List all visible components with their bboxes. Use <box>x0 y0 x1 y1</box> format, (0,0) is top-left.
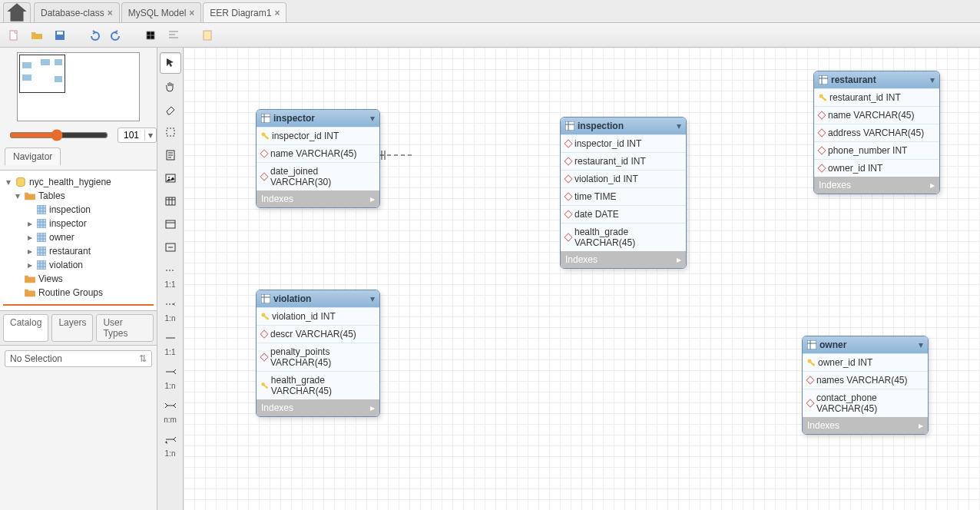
tree-table-restaurant[interactable]: ▸restaurant <box>3 244 154 258</box>
tree-table-inspection[interactable]: ▸inspection <box>3 203 154 217</box>
note-tool[interactable] <box>160 144 181 166</box>
tree-tables-label: Tables <box>38 190 65 201</box>
tree-db[interactable]: ▾ nyc_health_hygiene <box>3 175 154 189</box>
entity-header[interactable]: restaurant▾ <box>814 71 939 88</box>
rel-1-1-tool[interactable] <box>160 260 181 281</box>
entity-column[interactable]: owner_id INT <box>803 353 928 371</box>
entity-column[interactable]: owner_id INT <box>814 159 939 177</box>
tool-palette: 1:1 1:n 1:1 1:n n:m 1:n <box>157 48 184 510</box>
entity-violation[interactable]: violation▾violation_id INTdescr VARCHAR(… <box>256 290 380 417</box>
tree-views[interactable]: ▸ Views <box>3 272 154 286</box>
entity-column[interactable]: name VARCHAR(45) <box>257 144 379 162</box>
rel-pick-tool[interactable] <box>160 429 181 450</box>
entity-column[interactable]: names VARCHAR(45) <box>803 371 928 389</box>
entity-column[interactable]: violation_id INT <box>561 170 686 187</box>
entity-column[interactable]: health_grade VARCHAR(45) <box>561 223 686 251</box>
entity-header[interactable]: violation▾ <box>257 290 379 307</box>
pointer-tool[interactable] <box>160 52 181 74</box>
entity-column[interactable]: date DATE <box>561 205 686 223</box>
entity-restaurant[interactable]: restaurant▾restaurant_id INTname VARCHAR… <box>813 71 940 194</box>
chevron-down-icon[interactable]: ▾ <box>144 130 156 141</box>
entity-column[interactable]: descr VARCHAR(45) <box>257 325 379 343</box>
svg-rect-2 <box>57 31 63 35</box>
chevron-right-icon: ▸ <box>370 402 375 413</box>
new-file-button[interactable] <box>5 26 23 45</box>
entity-header[interactable]: owner▾ <box>803 336 928 353</box>
indexes-row[interactable]: Indexes▸ <box>814 177 939 194</box>
notes-button[interactable] <box>198 26 217 45</box>
entity-header[interactable]: inspection▾ <box>561 118 686 134</box>
column-label: names VARCHAR(45) <box>816 375 907 386</box>
entity-column[interactable]: restaurant_id INT <box>561 152 686 170</box>
entity-column[interactable]: penalty_points VARCHAR(45) <box>257 343 379 371</box>
tab-database-class[interactable]: Database-class × <box>34 2 120 22</box>
entity-column[interactable]: contact_phone VARCHAR(45) <box>803 389 928 417</box>
chevron-down-icon[interactable]: ▾ <box>677 121 681 131</box>
entity-column[interactable]: date_joined VARCHAR(30) <box>257 162 379 190</box>
hand-tool[interactable] <box>160 75 181 97</box>
tab-eer-diagram[interactable]: EER Diagram1 × <box>203 2 286 22</box>
entity-inspection[interactable]: inspection▾inspector_id INTrestaurant_id… <box>560 117 687 269</box>
table-tool[interactable] <box>160 190 181 212</box>
close-icon[interactable]: × <box>108 8 113 18</box>
btab-catalog[interactable]: Catalog <box>3 314 48 342</box>
tab-mysql-model[interactable]: MySQL Model × <box>121 2 202 22</box>
zoom-input[interactable] <box>118 128 144 142</box>
entity-column[interactable]: health_grade VARCHAR(45) <box>257 371 379 399</box>
align-button[interactable] <box>164 26 183 45</box>
chevron-down-icon[interactable]: ▾ <box>930 75 935 85</box>
column-label: owner_id INT <box>818 357 872 368</box>
zoom-slider[interactable] <box>9 129 108 141</box>
entity-column[interactable]: violation_id INT <box>257 307 379 325</box>
entity-owner[interactable]: owner▾owner_id INTnames VARCHAR(45)conta… <box>802 336 929 435</box>
image-tool[interactable] <box>160 167 181 189</box>
column-label: time TIME <box>574 191 616 202</box>
rel-1-nb-tool[interactable] <box>160 361 181 382</box>
indexes-row[interactable]: Indexes▸ <box>257 190 379 207</box>
open-file-button[interactable] <box>28 26 46 45</box>
chevron-down-icon[interactable]: ▾ <box>370 113 375 124</box>
view-tool[interactable] <box>160 214 181 235</box>
tree-routines[interactable]: ▸ Routine Groups <box>3 286 154 300</box>
home-tab[interactable] <box>3 2 31 22</box>
grid-toggle-button[interactable] <box>141 26 160 45</box>
navigator-tab[interactable]: Navigator <box>5 147 61 165</box>
indexes-row[interactable]: Indexes▸ <box>257 399 379 416</box>
routine-tool[interactable] <box>160 237 181 258</box>
rel-n-m-tool[interactable] <box>160 395 181 416</box>
eraser-tool[interactable] <box>160 98 181 120</box>
chevron-down-icon[interactable]: ▾ <box>919 339 923 350</box>
indexes-row[interactable]: Indexes▸ <box>561 251 686 268</box>
rel-1-n-tool[interactable] <box>160 293 181 315</box>
table-icon <box>261 294 270 303</box>
tree-table-violation[interactable]: ▸violation <box>3 258 154 272</box>
close-icon[interactable]: × <box>274 8 280 18</box>
key-icon <box>261 132 269 140</box>
save-button[interactable] <box>51 26 69 45</box>
redo-button[interactable] <box>108 26 126 45</box>
entity-column[interactable]: inspector_id INT <box>561 134 686 152</box>
close-icon[interactable]: × <box>189 8 194 18</box>
entity-column[interactable]: name VARCHAR(45) <box>814 106 939 124</box>
entity-inspector[interactable]: inspector▾inspector_id INTname VARCHAR(4… <box>256 109 380 208</box>
minimap[interactable] <box>17 52 140 121</box>
chevron-down-icon[interactable]: ▾ <box>370 293 375 304</box>
tree-table-inspector[interactable]: ▸inspector <box>3 217 154 230</box>
layer-tool[interactable] <box>160 121 181 143</box>
selection-combo[interactable]: No Selection ⇅ <box>5 350 152 367</box>
entity-column[interactable]: address VARCHAR(45) <box>814 124 939 141</box>
tree-table-owner[interactable]: ▸owner <box>3 230 154 244</box>
entity-column[interactable]: time TIME <box>561 187 686 205</box>
entity-header[interactable]: inspector▾ <box>257 110 379 127</box>
entity-column[interactable]: phone_number INT <box>814 141 939 159</box>
indexes-row[interactable]: Indexes▸ <box>803 417 928 434</box>
btab-usertypes[interactable]: User Types <box>96 314 154 342</box>
entity-column[interactable]: restaurant_id INT <box>814 88 939 106</box>
tree-tables[interactable]: ▾ Tables <box>3 189 154 203</box>
undo-button[interactable] <box>84 26 103 45</box>
entity-column[interactable]: inspector_id INT <box>257 127 379 144</box>
tree-table-label: violation <box>49 260 83 270</box>
btab-layers[interactable]: Layers <box>51 314 93 342</box>
rel-1-1b-tool[interactable] <box>160 327 181 349</box>
diagram-canvas[interactable]: inspector▾inspector_id INTname VARCHAR(4… <box>184 48 980 510</box>
